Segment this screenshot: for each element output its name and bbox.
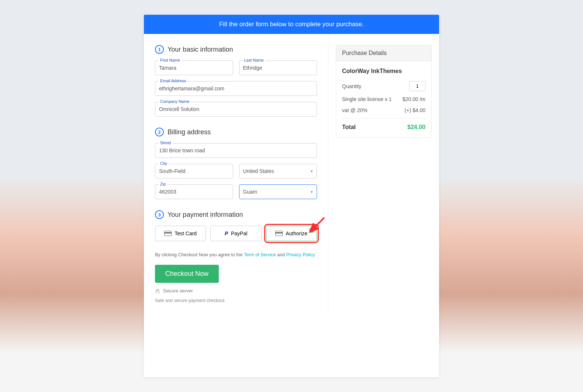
- section-title-billing: 2 Billing address: [155, 128, 317, 136]
- total-label: Total: [342, 124, 356, 131]
- vat-price: (+) $4.00: [405, 107, 425, 113]
- quantity-row: Quantity: [342, 81, 425, 91]
- state-field: Guam ▾: [239, 184, 317, 199]
- city-field: City: [155, 164, 233, 178]
- line-item-price: $20.00 /m: [403, 96, 425, 102]
- city-input[interactable]: [155, 164, 233, 178]
- country-select[interactable]: United States ▾: [239, 164, 317, 178]
- company-field: Company Name: [155, 102, 317, 117]
- state-select[interactable]: Guam ▾: [239, 184, 317, 199]
- details-body: ColorWay InkThemes Quantity Single site …: [336, 61, 431, 137]
- chevron-down-icon: ▾: [311, 169, 313, 174]
- last-name-label: Last Name: [243, 58, 265, 62]
- terms-of-service-link[interactable]: Term of Service: [244, 252, 276, 257]
- payment-label: Test Card: [175, 230, 197, 236]
- total-amount: $24.00: [407, 124, 425, 131]
- section-title-basic: 1 Your basic information: [155, 45, 317, 54]
- first-name-field: First Name: [155, 60, 233, 75]
- line-item-row: Single site license x 1 $20.00 /m: [342, 96, 425, 102]
- total-row: Total $24.00: [342, 124, 425, 131]
- last-name-input[interactable]: [239, 60, 317, 75]
- quantity-input[interactable]: [409, 81, 425, 91]
- street-field: Street: [155, 143, 317, 158]
- section-heading: Billing address: [168, 128, 211, 136]
- line-item-label: Single site license x 1: [342, 96, 392, 102]
- secure-note: Safe and secure payment checkout.: [155, 298, 317, 303]
- quantity-label: Quantity: [342, 83, 361, 89]
- payment-test-card[interactable]: Test Card: [155, 226, 206, 241]
- lock-icon: [155, 288, 160, 294]
- banner: Fill the order form below to complete yo…: [144, 15, 439, 34]
- basic-info-section: 1 Your basic information First Name Last…: [155, 45, 317, 117]
- checkout-card: Fill the order form below to complete yo…: [144, 15, 439, 377]
- country-value: United States: [243, 168, 274, 174]
- email-input[interactable]: [155, 81, 317, 96]
- payment-section: 3 Your payment information Test Card P P…: [155, 210, 317, 241]
- section-title-payment: 3 Your payment information: [155, 210, 317, 219]
- city-label: City: [159, 161, 169, 166]
- details-column: Purchase Details ColorWay InkThemes Quan…: [328, 34, 439, 314]
- payment-label: PayPal: [231, 230, 247, 236]
- vat-row: vat @ 20% (+) $4.00: [342, 107, 425, 113]
- payment-options: Test Card P PayPal ✓ Authorize: [155, 226, 317, 241]
- step-number-1: 1: [155, 45, 164, 54]
- street-input[interactable]: [155, 143, 317, 158]
- annotation-arrow: [309, 216, 326, 233]
- section-heading: Your basic information: [168, 46, 233, 53]
- card-icon: [164, 231, 172, 236]
- privacy-policy-link[interactable]: Privacy Policy: [286, 252, 315, 257]
- section-heading: Your payment information: [168, 211, 243, 219]
- card-icon: [275, 231, 283, 236]
- zip-label: Zip: [159, 182, 167, 186]
- checkout-button[interactable]: Checkout Now: [155, 265, 219, 283]
- content: 1 Your basic information First Name Last…: [144, 34, 439, 314]
- secure-server: Secure server: [155, 288, 317, 294]
- svg-rect-1: [156, 291, 159, 293]
- details-head: Purchase Details: [336, 45, 431, 61]
- svg-line-0: [314, 218, 324, 228]
- zip-input[interactable]: [155, 184, 233, 199]
- purchase-details: Purchase Details ColorWay InkThemes Quan…: [336, 45, 432, 138]
- product-name: ColorWay InkThemes: [342, 68, 425, 74]
- first-name-label: First Name: [159, 58, 182, 62]
- vat-label: vat @ 20%: [342, 107, 368, 113]
- chevron-down-icon: ▾: [311, 190, 313, 194]
- divider: [342, 118, 425, 119]
- zip-field: Zip: [155, 184, 233, 199]
- country-field: United States ▾: [239, 164, 317, 178]
- email-label: Email Address: [159, 79, 187, 83]
- email-field: Email Address: [155, 81, 317, 96]
- last-name-field: Last Name: [239, 60, 317, 75]
- paypal-icon: P: [225, 230, 228, 236]
- state-value: Guam: [243, 189, 257, 195]
- secure-server-text: Secure server: [163, 288, 193, 294]
- first-name-input[interactable]: [155, 60, 233, 75]
- step-number-2: 2: [155, 128, 164, 136]
- billing-section: 2 Billing address Street City: [155, 128, 317, 199]
- payment-label: Authorize: [286, 230, 307, 236]
- terms-text: By clicking Checkout Now you agree to th…: [155, 252, 317, 257]
- street-label: Street: [159, 141, 172, 145]
- company-input[interactable]: [155, 102, 317, 117]
- step-number-3: 3: [155, 210, 164, 219]
- company-label: Company Name: [159, 99, 191, 104]
- payment-paypal[interactable]: P PayPal: [210, 226, 261, 241]
- form-column: 1 Your basic information First Name Last…: [144, 34, 328, 314]
